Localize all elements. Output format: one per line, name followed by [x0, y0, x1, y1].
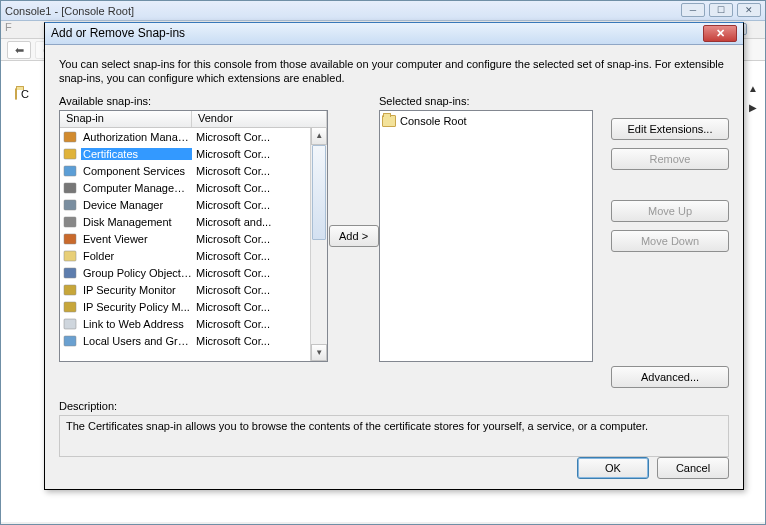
svg-rect-0 — [64, 132, 76, 142]
dialog-title-text: Add or Remove Snap-ins — [51, 26, 185, 40]
snapin-icon — [62, 146, 78, 162]
selected-label: Selected snap-ins: — [379, 95, 593, 107]
scroll-down-icon[interactable]: ▼ — [311, 344, 327, 361]
maximize-button-icon[interactable]: ☐ — [709, 3, 733, 17]
svg-rect-6 — [64, 234, 76, 244]
snapin-name: Disk Management — [81, 216, 192, 228]
dialog-intro-text: You can select snap-ins for this console… — [59, 57, 729, 85]
snapin-name: Component Services — [81, 165, 192, 177]
snapin-icon — [62, 282, 78, 298]
selected-snapins-list[interactable]: Console Root — [379, 110, 593, 362]
svg-rect-11 — [64, 319, 76, 329]
snapin-vendor: Microsoft Cor... — [192, 131, 310, 143]
snapin-name: Folder — [81, 250, 192, 262]
svg-rect-4 — [64, 200, 76, 210]
close-icon[interactable]: ✕ — [703, 25, 737, 42]
svg-rect-2 — [64, 166, 76, 176]
description-label: Description: — [59, 400, 729, 412]
column-vendor[interactable]: Vendor — [192, 111, 327, 127]
table-row[interactable]: CertificatesMicrosoft Cor... — [60, 145, 310, 162]
snapin-icon — [62, 248, 78, 264]
snapin-icon — [62, 163, 78, 179]
add-remove-snapins-dialog: Add or Remove Snap-ins ✕ You can select … — [44, 22, 744, 490]
table-row[interactable]: Link to Web AddressMicrosoft Cor... — [60, 315, 310, 332]
table-row[interactable]: Component ServicesMicrosoft Cor... — [60, 162, 310, 179]
snapin-vendor: Microsoft Cor... — [192, 318, 310, 330]
move-down-button[interactable]: Move Down — [611, 230, 729, 252]
scroll-thumb[interactable] — [312, 145, 326, 240]
dialog-title-bar[interactable]: Add or Remove Snap-ins ✕ — [45, 23, 743, 45]
table-row[interactable]: Event ViewerMicrosoft Cor... — [60, 230, 310, 247]
expand-right-icon[interactable]: ▶ — [743, 102, 763, 113]
table-row[interactable]: Device ManagerMicrosoft Cor... — [60, 196, 310, 213]
svg-rect-12 — [64, 336, 76, 346]
svg-rect-8 — [64, 268, 76, 278]
svg-rect-5 — [64, 217, 76, 227]
snapin-icon — [62, 265, 78, 281]
cancel-button[interactable]: Cancel — [657, 457, 729, 479]
table-row[interactable]: Authorization ManagerMicrosoft Cor... — [60, 128, 310, 145]
ok-button[interactable]: OK — [577, 457, 649, 479]
advanced-button[interactable]: Advanced... — [611, 366, 729, 388]
tree-root-item[interactable]: C — [7, 85, 33, 103]
snapin-icon — [62, 180, 78, 196]
snapin-vendor: Microsoft Cor... — [192, 250, 310, 262]
mmc-left-pane: C — [7, 85, 33, 516]
table-row[interactable]: Group Policy Object ...Microsoft Cor... — [60, 264, 310, 281]
column-snapin[interactable]: Snap-in — [60, 111, 192, 127]
snapin-name: IP Security Monitor — [81, 284, 192, 296]
table-row[interactable]: Computer Managem...Microsoft Cor... — [60, 179, 310, 196]
snapin-vendor: Microsoft Cor... — [192, 148, 310, 160]
snapin-vendor: Microsoft Cor... — [192, 301, 310, 313]
snapin-vendor: Microsoft Cor... — [192, 284, 310, 296]
list-item[interactable]: Console Root — [382, 113, 590, 129]
svg-rect-1 — [64, 149, 76, 159]
snapin-name: Link to Web Address — [81, 318, 192, 330]
snapin-name: Local Users and Gro... — [81, 335, 192, 347]
table-row[interactable]: IP Security MonitorMicrosoft Cor... — [60, 281, 310, 298]
back-icon[interactable]: ⬅ — [7, 41, 31, 59]
snapin-name: Group Policy Object ... — [81, 267, 192, 279]
svg-rect-9 — [64, 285, 76, 295]
svg-rect-7 — [64, 251, 76, 261]
snapin-vendor: Microsoft Cor... — [192, 182, 310, 194]
mmc-title-text: Console1 - [Console Root] — [5, 5, 134, 17]
description-box: The Certificates snap-in allows you to b… — [59, 415, 729, 457]
folder-icon — [15, 88, 17, 100]
mmc-title-bar: Console1 - [Console Root] ─ ☐ ✕ — [1, 1, 765, 21]
snapin-vendor: Microsoft Cor... — [192, 267, 310, 279]
snapin-name: Certificates — [81, 148, 192, 160]
scroll-up-icon[interactable]: ▲ — [311, 128, 327, 145]
available-scrollbar[interactable]: ▲ ▼ — [310, 128, 327, 361]
svg-rect-3 — [64, 183, 76, 193]
close-button-icon[interactable]: ✕ — [737, 3, 761, 17]
snapin-name: Computer Managem... — [81, 182, 192, 194]
folder-icon — [382, 115, 396, 127]
minimize-button-icon[interactable]: ─ — [681, 3, 705, 17]
table-row[interactable]: FolderMicrosoft Cor... — [60, 247, 310, 264]
move-up-button[interactable]: Move Up — [611, 200, 729, 222]
menu-file-item[interactable]: F — [1, 21, 12, 33]
remove-button[interactable]: Remove — [611, 148, 729, 170]
snapin-icon — [62, 214, 78, 230]
add-button[interactable]: Add > — [329, 225, 379, 247]
available-label: Available snap-ins: — [59, 95, 328, 107]
snapin-vendor: Microsoft Cor... — [192, 199, 310, 211]
snapin-name: Authorization Manager — [81, 131, 192, 143]
table-row[interactable]: Local Users and Gro...Microsoft Cor... — [60, 332, 310, 349]
snapin-icon — [62, 333, 78, 349]
table-row[interactable]: IP Security Policy M...Microsoft Cor... — [60, 298, 310, 315]
snapin-name: Event Viewer — [81, 233, 192, 245]
available-snapins-list[interactable]: Snap-in Vendor Authorization ManagerMicr… — [59, 110, 328, 362]
snapin-name: IP Security Policy M... — [81, 301, 192, 313]
collapse-up-icon[interactable]: ▲ — [743, 83, 763, 94]
snapin-icon — [62, 231, 78, 247]
snapin-vendor: Microsoft Cor... — [192, 233, 310, 245]
selected-item-label: Console Root — [400, 115, 467, 127]
edit-extensions-button[interactable]: Edit Extensions... — [611, 118, 729, 140]
snapin-icon — [62, 129, 78, 145]
snapin-icon — [62, 299, 78, 315]
svg-rect-10 — [64, 302, 76, 312]
snapin-vendor: Microsoft Cor... — [192, 335, 310, 347]
table-row[interactable]: Disk ManagementMicrosoft and... — [60, 213, 310, 230]
